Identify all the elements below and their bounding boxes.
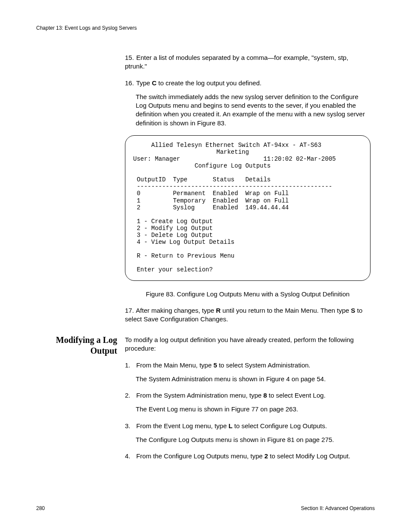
step-text: From the System Administration menu, typ… [136, 392, 263, 399]
step-16-paragraph: The switch immediately adds the new sysl… [125, 93, 371, 128]
terminal-line: Marketing [133, 149, 249, 156]
terminal-header-row: OutputID Type Status Details [133, 176, 271, 183]
terminal-row: 0 Permanent Enabled Wrap on Full [133, 190, 289, 197]
step-17: 17. After making changes, type R until y… [125, 306, 371, 324]
key-8: 8 [263, 392, 267, 399]
step-number: 1. [125, 361, 134, 370]
step-text: From the Event Log menu, type [136, 422, 228, 429]
key-2: 2 [265, 452, 268, 460]
terminal-line: User: Manager 11:20:02 02-Mar-2005 [133, 156, 336, 162]
step-number: 3. [125, 422, 134, 430]
terminal-screen: Allied Telesyn Ethernet Switch AT-94xx -… [125, 135, 371, 281]
terminal-menu-item: 4 - View Log Output Details [133, 239, 234, 246]
terminal-menu-item: 1 - Create Log Output [133, 218, 213, 225]
step-text: From the Configure Log Outputs menu, typ… [136, 452, 265, 460]
terminal-rule: ----------------------------------------… [133, 183, 332, 190]
section-heading: Modifying a Log Output [36, 335, 125, 356]
terminal-menu-item: 2 - Modify Log Output [133, 225, 213, 232]
step-text: to select Configure Log Outputs. [233, 422, 327, 429]
proc-step-3-sub: The Configure Log Outputs menu is shown … [125, 436, 375, 444]
page-footer: 280 Section II: Advanced Operations [36, 505, 375, 511]
step-15: 15. Enter a list of modules separated by… [125, 53, 371, 71]
step-text: From the Main Menu, type [136, 361, 213, 369]
proc-step-3: 3. From the Event Log menu, type L to se… [125, 422, 375, 430]
step-number: 4. [125, 452, 134, 460]
section-modifying-log-output: Modifying a Log Output To modify a log o… [36, 336, 375, 466]
step-text: to select System Administration. [217, 361, 311, 369]
step-16: 16. Type C to create the log output you … [125, 79, 371, 87]
step-text: to select Modify Log Output. [268, 452, 350, 460]
proc-step-2-sub: The Event Log menu is shown in Figure 77… [125, 405, 375, 414]
terminal-prompt: Enter your selection? [133, 266, 213, 273]
step-text: to create the log output you defined. [156, 79, 262, 87]
figure-caption: Figure 83. Configure Log Outputs Menu wi… [125, 290, 371, 298]
section-body: To modify a log output definition you ha… [125, 336, 375, 466]
proc-step-2: 2. From the System Administration menu, … [125, 391, 375, 400]
chapter-header: Chapter 13: Event Logs and Syslog Server… [36, 25, 375, 31]
step-number: 15. [125, 53, 134, 62]
step-text: Enter a list of modules separated by a c… [125, 54, 348, 70]
section-label: Section II: Advanced Operations [301, 505, 375, 511]
terminal-row: 1 Temporary Enabled Wrap on Full [133, 197, 289, 204]
key-r: R [216, 307, 221, 314]
step-number: 17. [125, 306, 134, 315]
page-number: 280 [36, 505, 45, 511]
step-text: until you return to the Main Menu. Then … [221, 307, 351, 314]
step-number: 16. [125, 79, 134, 87]
key-l: L [228, 422, 232, 429]
terminal-row: 2 Syslog Enabled 149.44.44.44 [133, 204, 289, 211]
proc-step-4: 4. From the Configure Log Outputs menu, … [125, 452, 375, 460]
step-number: 2. [125, 391, 134, 400]
page: Chapter 13: Event Logs and Syslog Server… [0, 0, 411, 532]
key-s: S [351, 307, 355, 314]
main-content: 15. Enter a list of modules separated by… [125, 53, 371, 324]
proc-step-1-sub: The System Administration menu is shown … [125, 375, 375, 383]
step-text: to select Event Log. [267, 392, 326, 399]
step-text: After making changes, type [136, 307, 216, 314]
section-intro: To modify a log output definition you ha… [125, 336, 375, 353]
terminal-menu-item: R - Return to Previous Menu [133, 252, 234, 259]
proc-step-1: 1. From the Main Menu, type 5 to select … [125, 361, 375, 370]
key-5: 5 [213, 361, 217, 369]
terminal-line: Configure Log Outputs [133, 162, 271, 169]
key-c: C [152, 79, 157, 87]
terminal-menu-item: 3 - Delete Log Output [133, 232, 213, 239]
step-text: Type [136, 79, 152, 87]
terminal-line: Allied Telesyn Ethernet Switch AT-94xx -… [133, 142, 321, 149]
